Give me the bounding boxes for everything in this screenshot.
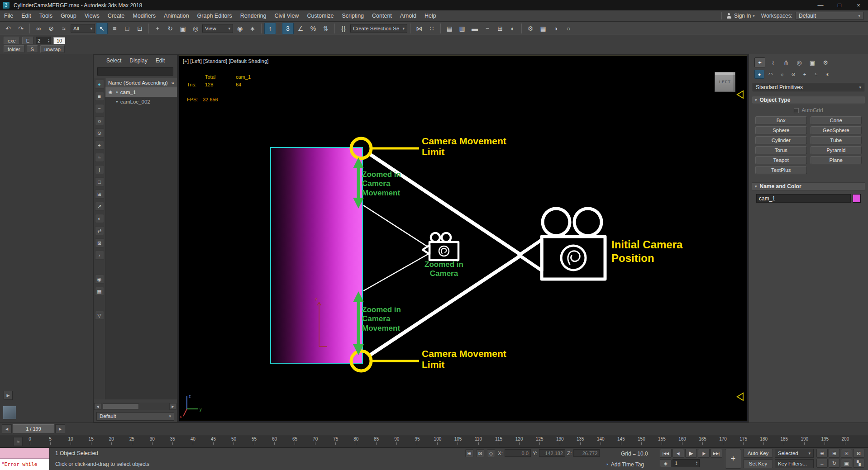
- autogrid-checkbox[interactable]: [794, 108, 799, 113]
- play-button[interactable]: ▶: [685, 449, 697, 458]
- viewcube[interactable]: LEFT: [715, 72, 735, 92]
- workspace-dropdown[interactable]: Default ▾: [796, 12, 863, 20]
- window-crossing-button[interactable]: ⊡ ▾: [134, 23, 146, 34]
- align-button[interactable]: ∷ ▾: [426, 23, 438, 34]
- docked-window-thumbnail[interactable]: [3, 406, 16, 419]
- primitive-button[interactable]: GeoSphere: [811, 126, 862, 134]
- select-and-move-button[interactable]: + ▾: [152, 23, 163, 34]
- timeline-tick[interactable]: 60: [269, 437, 280, 446]
- ribbon-toggle-button[interactable]: ▬ ▾: [469, 23, 481, 34]
- viewport-left[interactable]: y z y x [+] [Left] [Standard] [Default S…: [179, 56, 747, 421]
- next-frame-slider-button[interactable]: ▶: [55, 424, 65, 433]
- menu-item[interactable]: Views: [81, 13, 104, 19]
- exe-button[interactable]: exe ▴▾: [4, 37, 20, 44]
- timeline-tick[interactable]: 125: [534, 437, 545, 446]
- menu-item[interactable]: Tools: [35, 13, 57, 19]
- angle-snap-button[interactable]: ∠ ▾: [295, 23, 306, 34]
- timeline-tick[interactable]: 35: [167, 437, 178, 446]
- sync-selection-icon[interactable]: ⇄: [95, 226, 104, 235]
- viewport-layouts-icon[interactable]: ▚: [853, 459, 864, 468]
- add-key-button[interactable]: +: [725, 449, 741, 469]
- listener-pane[interactable]: "Error while: [0, 459, 49, 470]
- timeline-tick[interactable]: 185: [779, 437, 790, 446]
- scene-explorer-tab[interactable]: Select: [106, 57, 121, 64]
- scroll-right-icon[interactable]: ▶: [169, 403, 176, 410]
- primitive-button[interactable]: Box: [755, 116, 807, 124]
- curve-editor-button[interactable]: ~ ▾: [482, 23, 493, 34]
- render-iterative-button[interactable]: ○ ▾: [563, 23, 574, 34]
- menu-item[interactable]: Animation: [160, 13, 193, 19]
- maxscript-mini-listener[interactable]: "Error while: [0, 448, 50, 470]
- select-and-place-button[interactable]: ◎ ▾: [190, 23, 201, 34]
- bind-to-space-warp-button[interactable]: ≈ ▾: [58, 23, 70, 34]
- menu-item[interactable]: Content: [368, 13, 396, 19]
- menu-item[interactable]: Graph Editors: [193, 13, 236, 19]
- tab-hierarchy[interactable]: ⋔: [781, 57, 792, 67]
- filter-helpers-icon[interactable]: +: [95, 141, 104, 150]
- timeline-tick[interactable]: 170: [718, 437, 729, 446]
- filter-shapes-icon[interactable]: ~: [95, 104, 104, 113]
- close-button[interactable]: ×: [849, 0, 868, 10]
- key-mode-button[interactable]: ◈: [660, 459, 672, 467]
- menu-item[interactable]: Group: [57, 13, 81, 19]
- maximize-viewport-icon[interactable]: ▣: [841, 459, 852, 468]
- unlink-selection-button[interactable]: ⊘ ▾: [45, 23, 57, 34]
- timeline-tick[interactable]: 5: [45, 437, 56, 446]
- zoom-extents-icon[interactable]: ⊡: [841, 449, 852, 458]
- subtab-cameras[interactable]: ⊙: [788, 70, 798, 79]
- timeline-tick[interactable]: 95: [412, 437, 423, 446]
- folder-button[interactable]: folder ▴▾: [4, 45, 24, 53]
- keyboard-override-button[interactable]: ↑ ▾: [264, 23, 276, 34]
- scene-explorer-tab[interactable]: Edit: [156, 57, 165, 64]
- next-frame-button[interactable]: |▶: [698, 449, 710, 458]
- render-production-button[interactable]: ◑ ▾: [550, 23, 562, 34]
- mirror-button[interactable]: ⋈ ▾: [413, 23, 425, 34]
- menu-item[interactable]: Help: [420, 13, 440, 19]
- go-to-start-button[interactable]: |◀◀: [660, 449, 672, 458]
- render-setup-button[interactable]: ⚙ ▾: [525, 23, 536, 34]
- scrollbar-thumb[interactable]: [103, 404, 139, 409]
- filter-containers-icon[interactable]: □: [95, 177, 104, 186]
- primitive-category-dropdown[interactable]: Standard Primitives ▾: [753, 83, 864, 91]
- tab-create[interactable]: +: [754, 57, 765, 67]
- timeline-tick[interactable]: 195: [820, 437, 830, 446]
- zoom-all-icon[interactable]: ⊞: [829, 449, 840, 458]
- current-frame-field[interactable]: 1 ▴▾: [672, 459, 700, 467]
- key-target-dropdown[interactable]: Selected ▾: [775, 449, 814, 458]
- filter-bones-icon[interactable]: ∫: [95, 165, 104, 174]
- timeline-tick[interactable]: 80: [351, 437, 362, 446]
- primitive-button[interactable]: Torus: [755, 146, 807, 154]
- track-bar-ruler[interactable]: 0 5 10 15 20 25 30: [24, 437, 851, 446]
- timeline-tick[interactable]: 75: [330, 437, 341, 446]
- primitive-button[interactable]: Plane: [811, 156, 862, 164]
- selection-region-button[interactable]: □ ▾: [121, 23, 133, 34]
- select-object-button[interactable]: ↖ ▾: [96, 23, 108, 34]
- timeline-tick[interactable]: 120: [514, 437, 525, 446]
- scene-explorer-tab[interactable]: Display: [129, 57, 147, 64]
- time-slider-handle[interactable]: 1 / 199: [13, 424, 54, 434]
- minimize-button[interactable]: —: [811, 0, 830, 10]
- select-by-name-button[interactable]: ≡ ▾: [109, 23, 120, 34]
- lock-editing-icon[interactable]: ⊠: [95, 238, 104, 247]
- object-color-swatch[interactable]: [853, 194, 861, 203]
- timeline-tick[interactable]: 90: [391, 437, 402, 446]
- primitive-button[interactable]: Tube: [811, 136, 862, 144]
- select-and-link-button[interactable]: ∞ ▾: [33, 23, 44, 34]
- zoom-region-icon[interactable]: ⊠: [853, 449, 864, 458]
- scene-search-input[interactable]: [97, 67, 173, 76]
- select-and-rotate-button[interactable]: ↻ ▾: [164, 23, 176, 34]
- subtab-space-warps[interactable]: ≈: [811, 70, 821, 79]
- visibility-eye-icon[interactable]: ◉: [95, 275, 104, 284]
- use-pivot-center-button[interactable]: ◉ ▾: [234, 23, 246, 34]
- timeline-tick[interactable]: 65: [290, 437, 300, 446]
- subtab-helpers[interactable]: +: [800, 70, 810, 79]
- maximize-button[interactable]: □: [830, 0, 849, 10]
- menu-item[interactable]: Civil View: [270, 13, 303, 19]
- timeline-tick[interactable]: 40: [187, 437, 198, 446]
- selection-sets-dropdown[interactable]: Create Selection Se ▾: [350, 24, 407, 33]
- tab-motion[interactable]: ◎: [794, 57, 805, 67]
- frozen-filter-icon[interactable]: ▦: [95, 287, 104, 296]
- timeline-tick[interactable]: 140: [595, 437, 606, 446]
- spinner-snap-button[interactable]: ⇅ ▾: [320, 23, 332, 34]
- timeline-tick[interactable]: 150: [636, 437, 647, 446]
